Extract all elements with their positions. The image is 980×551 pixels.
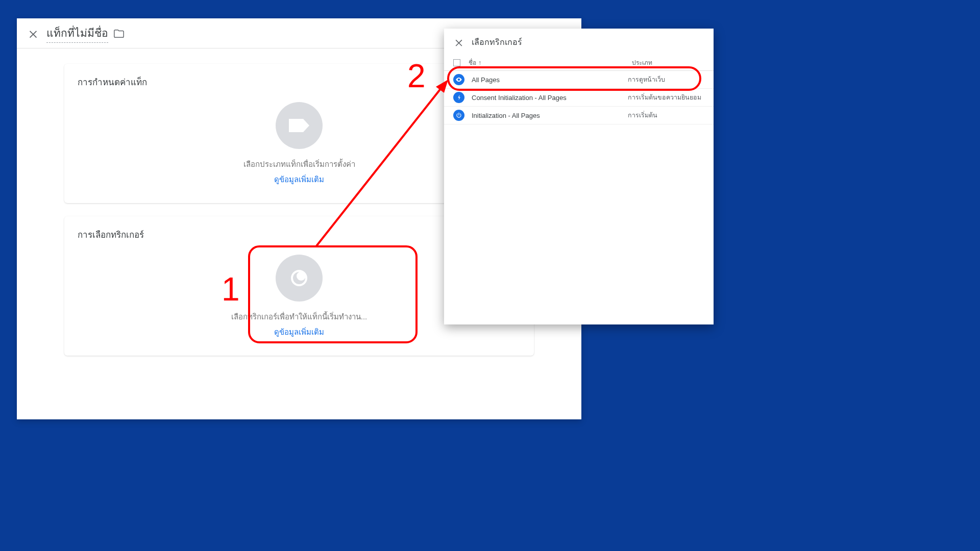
consent-init-icon <box>453 92 464 103</box>
trigger-learn-more-link[interactable]: ดูข้อมูลเพิ่มเติม <box>274 326 324 338</box>
close-icon[interactable] <box>453 37 464 48</box>
trigger-name: Initialization - All Pages <box>472 112 628 119</box>
trigger-type: การดูหน้าเว็บ <box>628 74 704 85</box>
trigger-icon <box>276 255 323 302</box>
tag-type-icon <box>276 102 323 149</box>
trigger-type: การเริ่มต้นขอความยินยอม <box>628 92 704 103</box>
trigger-select-empty-text: เลือกทริกเกอร์เพื่อทำให้แท็กนี้เริ่มทำงา… <box>231 311 368 323</box>
choose-trigger-panel: เลือกทริกเกอร์ ชื่อ ↑ ประเภท All Pages ก… <box>444 29 714 324</box>
col-name-label: ชื่อ <box>469 58 476 67</box>
trigger-table-head: ชื่อ ↑ ประเภท <box>444 56 714 71</box>
initialization-icon <box>453 110 464 121</box>
trigger-row-all-pages[interactable]: All Pages การดูหน้าเว็บ <box>444 71 714 89</box>
tag-name-input[interactable]: แท็กที่ไม่มีชื่อ <box>46 24 108 43</box>
close-icon[interactable] <box>27 28 39 40</box>
trigger-row-consent-init[interactable]: Consent Initialization - All Pages การเร… <box>444 89 714 107</box>
pageview-icon <box>453 74 464 85</box>
trigger-name: Consent Initialization - All Pages <box>472 94 628 102</box>
col-name-header[interactable]: ชื่อ ↑ <box>469 58 632 67</box>
svg-point-1 <box>297 271 306 281</box>
select-all-checkbox[interactable] <box>453 59 460 66</box>
sort-asc-icon: ↑ <box>478 59 481 66</box>
folder-icon[interactable] <box>113 28 125 39</box>
trigger-row-initialization[interactable]: Initialization - All Pages การเริ่มต้น <box>444 107 714 124</box>
tag-config-learn-more-link[interactable]: ดูข้อมูลเพิ่มเติม <box>274 173 324 186</box>
trigger-type: การเริ่มต้น <box>628 110 704 120</box>
choose-trigger-title: เลือกทริกเกอร์ <box>472 36 522 48</box>
col-type-header[interactable]: ประเภท <box>632 58 704 67</box>
tag-config-empty-text: เลือกประเภทแท็กเพื่อเริ่มการตั้งค่า <box>243 158 355 170</box>
choose-trigger-header: เลือกทริกเกอร์ <box>444 29 714 56</box>
trigger-name: All Pages <box>472 76 628 84</box>
